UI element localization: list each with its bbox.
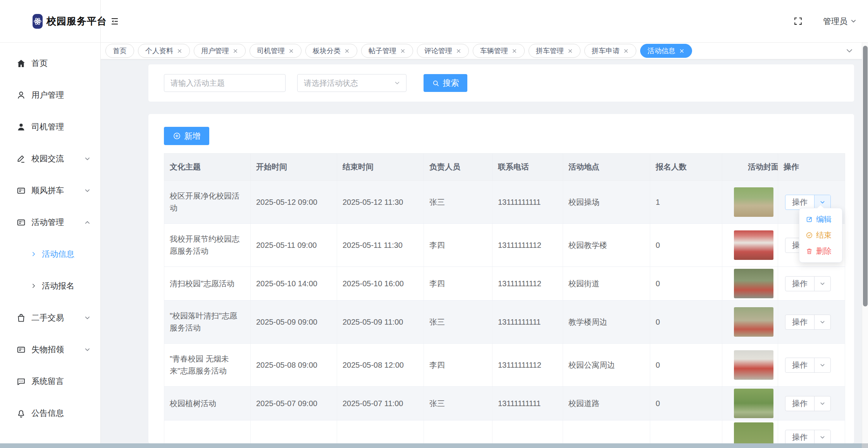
tab-label: 拼车申请 <box>592 46 620 55</box>
menu-item[interactable]: 编辑 <box>799 211 842 227</box>
cell-place <box>563 420 650 444</box>
menu-item-label: 编辑 <box>816 214 832 225</box>
sidebar-item[interactable]: 公告信息 <box>0 397 100 429</box>
vertical-scrollbar-thumb[interactable] <box>863 46 868 306</box>
sidebar-item[interactable]: 二手交易 <box>0 302 100 334</box>
close-icon[interactable] <box>679 48 685 54</box>
row-actions-button[interactable]: 操作 <box>785 358 831 373</box>
sidebar-item[interactable]: 首页 <box>0 47 100 79</box>
close-icon[interactable] <box>288 48 294 54</box>
sidebar-item[interactable]: 用户管理 <box>0 79 100 111</box>
table-row: 校园植树活动 2025-05-07 09:00 2025-05-07 11:00… <box>164 387 845 420</box>
cell-theme: "青春校园 无烟未来"志愿服务活动 <box>164 344 251 387</box>
tab[interactable]: 拼车管理 <box>529 44 580 58</box>
cell-cover <box>722 267 778 301</box>
photo-volunteers-leaves <box>734 307 773 337</box>
chevron-down-icon <box>819 362 826 368</box>
cell-start-time: 2025-05-09 09:00 <box>251 301 337 344</box>
close-icon[interactable] <box>512 48 517 54</box>
user-icon <box>16 90 26 100</box>
tab[interactable]: 板块分类 <box>305 44 357 58</box>
tab-label: 帖子管理 <box>369 46 396 55</box>
row-actions-button[interactable]: 操作 <box>785 195 831 210</box>
column-header: 结束时间 <box>337 154 424 181</box>
tab[interactable]: 首页 <box>105 44 134 58</box>
row-actions-caret[interactable] <box>814 315 830 329</box>
cell-place: 校园道路 <box>563 387 650 420</box>
sidebar-menu: 首页 用户管理 司机管理 <box>0 43 100 429</box>
close-icon[interactable] <box>400 48 406 54</box>
cell-end-time: 2025-05-09 11:00 <box>337 301 424 344</box>
status-select[interactable]: 请选择活动状态 <box>297 74 406 92</box>
cell-count: 0 <box>650 267 722 301</box>
tabs-overflow-chevron-icon[interactable] <box>845 46 854 55</box>
close-icon[interactable] <box>232 48 238 54</box>
user-menu[interactable]: 管理员 <box>823 16 847 27</box>
sidebar-item[interactable]: 司机管理 <box>0 111 100 143</box>
row-actions-caret[interactable] <box>814 358 830 372</box>
cell-count: 0 <box>650 224 722 267</box>
search-button[interactable]: 搜索 <box>424 74 467 92</box>
tab[interactable]: 车辆管理 <box>473 44 525 58</box>
row-actions-caret[interactable] <box>814 277 830 291</box>
tab[interactable]: 用户管理 <box>194 44 246 58</box>
row-actions-caret[interactable] <box>814 430 830 444</box>
card-icon <box>16 186 26 195</box>
sidebar-item[interactable]: 活动管理 <box>0 206 100 238</box>
add-button[interactable]: 新增 <box>164 127 209 145</box>
chevron-down-icon <box>84 346 91 353</box>
collapse-menu-icon[interactable] <box>110 17 119 26</box>
row-actions-button[interactable]: 操作 <box>785 276 831 291</box>
sidebar-item[interactable]: 系统留言 <box>0 365 100 397</box>
activities-panel: 新增 文化主题开始时间结束时间负责人员联系电话活动地点报名人数活动封面操作 校区… <box>148 114 854 443</box>
cell-count <box>650 420 722 444</box>
cell-person: 张三 <box>424 181 493 224</box>
tab[interactable]: 评论管理 <box>417 44 469 58</box>
close-icon[interactable] <box>623 48 629 54</box>
tab[interactable]: 帖子管理 <box>361 44 413 58</box>
sidebar-item[interactable]: 顺风拼车 <box>0 175 100 206</box>
chevron-down-icon <box>394 80 401 86</box>
sidebar-item[interactable]: 活动信息 <box>0 238 100 270</box>
app-logo-badge <box>33 14 43 29</box>
trash-icon <box>806 247 813 255</box>
photo-volunteers-sweeping-park <box>734 187 773 217</box>
fullscreen-icon[interactable] <box>793 16 803 26</box>
cell-count: 0 <box>650 387 722 420</box>
tab[interactable]: 司机管理 <box>250 44 301 58</box>
horizontal-scrollbar[interactable] <box>0 443 862 448</box>
tab-bar: 首页 个人资料 用户管理 司机管理 <box>101 43 868 59</box>
sidebar-item[interactable]: 活动报名 <box>0 270 100 302</box>
tab[interactable]: 拼车申请 <box>584 44 636 58</box>
circle-check-icon <box>806 232 813 239</box>
photo-tree-planting <box>734 389 773 418</box>
cell-cover <box>722 181 778 224</box>
row-actions-label: 操作 <box>785 358 814 372</box>
row-actions-button[interactable]: 操作 <box>785 430 831 444</box>
menu-item[interactable]: 删除 <box>799 243 842 259</box>
tab[interactable]: 个人资料 <box>138 44 190 58</box>
cell-end-time: 2025-05-10 16:00 <box>337 267 424 301</box>
tab[interactable]: 活动信息 <box>640 44 692 58</box>
sidebar-item-label: 系统留言 <box>31 376 91 387</box>
close-icon[interactable] <box>456 48 462 54</box>
row-actions-button[interactable]: 操作 <box>785 315 831 330</box>
chevron-up-icon <box>84 219 91 226</box>
search-input[interactable] <box>164 74 286 92</box>
scrollbar-corner <box>862 443 868 448</box>
vertical-scrollbar[interactable] <box>862 43 868 443</box>
close-icon[interactable] <box>177 48 183 54</box>
cell-phone: 13111111111 <box>493 301 563 344</box>
menu-item[interactable]: 结束 <box>799 227 842 243</box>
sidebar-item[interactable]: 校园交流 <box>0 143 100 175</box>
close-icon[interactable] <box>567 48 573 54</box>
row-actions-caret[interactable] <box>814 396 830 411</box>
cell-start-time: 2025-05-10 14:00 <box>251 267 337 301</box>
chevron-down-icon[interactable] <box>850 17 857 25</box>
row-actions-button[interactable]: 操作 <box>785 396 831 411</box>
column-header: 负责人员 <box>424 154 493 181</box>
close-icon[interactable] <box>344 48 350 54</box>
cell-theme: 清扫校园"志愿活动 <box>164 267 251 301</box>
sidebar-item[interactable]: 失物招领 <box>0 334 100 365</box>
search-panel: 请选择活动状态 搜索 <box>148 64 854 102</box>
